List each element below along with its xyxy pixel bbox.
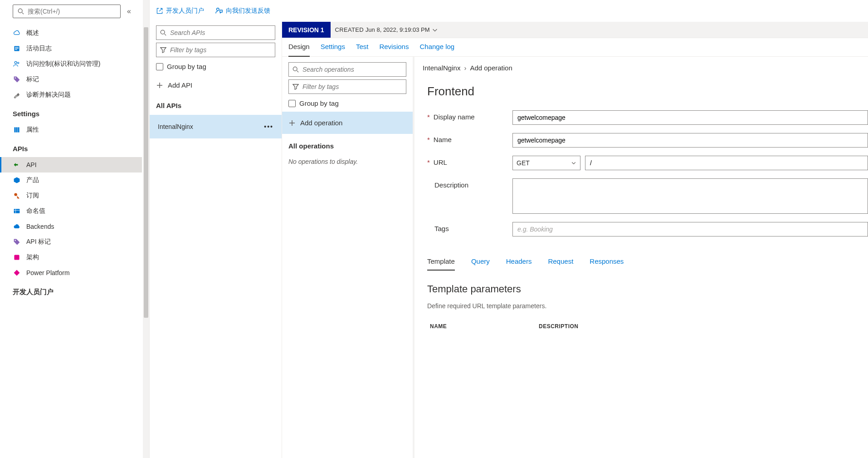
breadcrumb-separator: ›	[464, 64, 466, 72]
tab-change-log[interactable]: Change log	[419, 43, 454, 56]
revision-badge[interactable]: REVISION 1	[282, 22, 331, 38]
revision-bar: REVISION 1 CREATED Jun 8, 2022, 9:19:03 …	[282, 22, 868, 38]
detail-panel: IntenalNginx › Add operation Frontend * …	[414, 57, 868, 458]
svg-point-16	[15, 240, 16, 241]
send-feedback-link[interactable]: 向我们发送反馈	[215, 7, 270, 15]
add-api-button[interactable]: Add API	[150, 75, 282, 95]
sidebar-heading-apis: APIs	[0, 138, 142, 157]
template-params-title: Template parameters	[427, 283, 868, 295]
sidebar-collapse-button[interactable]: «	[125, 5, 133, 17]
search-icon	[160, 30, 166, 36]
grid-icon	[13, 207, 21, 215]
svg-rect-5	[15, 49, 17, 50]
log-icon	[13, 44, 21, 53]
sidebar-item-api-tags[interactable]: API 标记	[0, 234, 142, 250]
sidebar-item-subscriptions[interactable]: 订阅	[0, 188, 142, 203]
tab-settings[interactable]: Settings	[321, 43, 345, 56]
display-name-input[interactable]	[512, 110, 868, 125]
sidebar-search-input[interactable]	[28, 8, 117, 15]
sidebar-item-label: 诊断并解决问题	[26, 91, 71, 99]
filter-by-tags-input[interactable]	[156, 43, 275, 57]
svg-rect-9	[14, 127, 15, 132]
svg-rect-4	[15, 48, 19, 49]
group-ops-by-tag-checkbox[interactable]: Group by tag	[282, 97, 413, 112]
sidebar-item-overview[interactable]: 概述	[0, 25, 142, 41]
chevron-down-icon	[432, 27, 438, 33]
search-operations-input[interactable]	[288, 62, 406, 77]
subtab-request[interactable]: Request	[548, 257, 573, 271]
sidebar-item-api[interactable]: API	[0, 157, 142, 172]
sidebar-item-label: 属性	[26, 126, 39, 134]
external-link-icon	[156, 7, 163, 15]
all-apis-heading[interactable]: All APIs	[150, 95, 282, 115]
breadcrumb-root[interactable]: IntenalNginx	[423, 64, 460, 72]
sidebar-item-tags[interactable]: 标记	[0, 72, 142, 87]
api-icon	[13, 161, 21, 169]
http-method-select[interactable]: GET	[512, 156, 580, 170]
search-apis-input[interactable]	[156, 25, 275, 40]
sidebar-item-label: API	[26, 161, 37, 168]
sidebar-item-label: 命名值	[26, 207, 45, 215]
url-path-input[interactable]	[585, 156, 868, 170]
url-label: URL	[434, 158, 447, 166]
sidebar-heading-settings: Settings	[0, 103, 142, 122]
svg-point-0	[18, 9, 22, 13]
sidebar-item-power-platform[interactable]: Power Platform	[0, 265, 142, 281]
sidebar-search[interactable]	[13, 5, 121, 18]
sidebar-scrollbar[interactable]	[143, 0, 149, 458]
template-params-help: Define required URL template parameters.	[427, 302, 868, 310]
sidebar-heading-devportal: 开发人员门户	[0, 281, 142, 301]
sidebar-item-iam[interactable]: 访问控制(标识和访问管理)	[0, 56, 142, 72]
tab-revisions[interactable]: Revisions	[379, 43, 409, 56]
sidebar-scrollbar-thumb[interactable]	[144, 27, 148, 318]
svg-point-18	[217, 8, 219, 10]
svg-rect-11	[18, 127, 19, 132]
description-input[interactable]	[512, 178, 868, 214]
operations-panel: Group by tag Add operation All operation…	[282, 57, 414, 458]
sidebar-item-label: 架构	[26, 253, 39, 261]
sidebar-item-label: API 标记	[26, 238, 51, 246]
tag-icon	[13, 75, 21, 84]
api-list-item[interactable]: IntenalNginx •••	[150, 115, 282, 138]
add-operation-button[interactable]: Add operation	[282, 112, 413, 134]
sidebar-item-diagnose[interactable]: 诊断并解决问题	[0, 87, 142, 103]
subtab-template[interactable]: Template	[427, 257, 455, 271]
http-method-value: GET	[517, 159, 530, 167]
all-operations-heading[interactable]: All operations	[282, 134, 413, 155]
properties-icon	[13, 126, 21, 134]
tab-design[interactable]: Design	[288, 43, 310, 57]
sidebar-item-activity-log[interactable]: 活动日志	[0, 41, 142, 56]
group-by-tag-checkbox[interactable]: Group by tag	[150, 60, 282, 75]
key-icon	[13, 192, 21, 200]
col-name: NAME	[430, 323, 457, 330]
breadcrumb-leaf: Add operation	[470, 64, 512, 72]
display-name-label: Display name	[434, 113, 475, 121]
more-actions-button[interactable]: •••	[264, 123, 273, 130]
sidebar-item-label: 概述	[26, 29, 39, 37]
wrench-icon	[13, 91, 21, 99]
developer-portal-link[interactable]: 开发人员门户	[156, 7, 204, 15]
sidebar-item-schemas[interactable]: 架构	[0, 250, 142, 265]
subtab-responses[interactable]: Responses	[590, 257, 624, 271]
filter-icon	[160, 47, 166, 53]
template-params-table-header: NAME DESCRIPTION	[427, 320, 868, 332]
search-icon	[293, 66, 299, 73]
revision-created[interactable]: CREATED Jun 8, 2022, 9:19:03 PM	[331, 22, 443, 38]
svg-point-12	[14, 193, 17, 196]
tab-test[interactable]: Test	[356, 43, 369, 56]
name-input[interactable]	[512, 133, 868, 148]
breadcrumb: IntenalNginx › Add operation	[414, 57, 868, 75]
svg-rect-3	[15, 47, 19, 48]
required-indicator: *	[427, 113, 430, 120]
subtab-headers[interactable]: Headers	[506, 257, 532, 271]
sidebar-item-named-values[interactable]: 命名值	[0, 203, 142, 219]
sidebar-item-properties[interactable]: 属性	[0, 122, 142, 138]
sidebar-item-backends[interactable]: Backends	[0, 219, 142, 234]
svg-line-1	[22, 13, 24, 15]
filter-ops-by-tags-input[interactable]	[288, 79, 406, 94]
subtab-query[interactable]: Query	[471, 257, 490, 271]
tags-input[interactable]	[512, 222, 868, 236]
apis-panel: Group by tag Add API All APIs IntenalNgi…	[150, 22, 282, 458]
sidebar-item-products[interactable]: 产品	[0, 172, 142, 188]
cloud-icon	[13, 29, 21, 37]
